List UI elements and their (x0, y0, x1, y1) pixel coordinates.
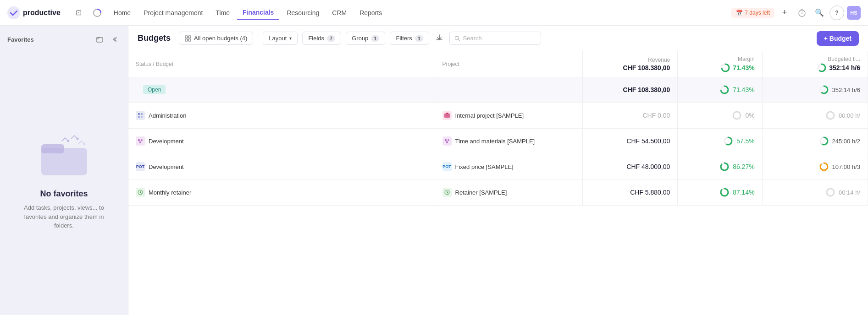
svg-point-41 (721, 163, 728, 170)
group-revenue-cell: CHF 108.380,00 (583, 77, 678, 103)
svg-point-0 (7, 6, 20, 19)
table-row: POT Development POT Fixed price [SAMPLE] (128, 154, 868, 179)
row-1-revenue-cell: CHF 54.500,00 (583, 128, 678, 154)
collapse-sidebar-button[interactable] (108, 33, 121, 46)
nav-financials[interactable]: Financials (237, 6, 279, 20)
row-0-revenue-cell: CHF 0,00 (583, 103, 678, 128)
svg-rect-27 (446, 113, 448, 114)
page-title: Budgets (138, 33, 171, 43)
activity-button[interactable] (90, 5, 105, 20)
toolbar: Budgets All open budgets (4) Layout ▾ Fi… (128, 26, 868, 51)
row-2-name: Development (149, 163, 184, 170)
search-nav-button[interactable]: 🔍 (812, 5, 827, 20)
timer-icon[interactable] (795, 5, 809, 20)
row-0-name: Administration (149, 112, 186, 119)
row-3-budgeted-cell: 00:14 h/ (762, 179, 868, 205)
row-3-revenue-cell: CHF 5.880,00 (583, 179, 678, 205)
row-1-budgeted-circle (819, 136, 829, 146)
search-box[interactable] (449, 32, 541, 45)
fields-badge: 7 (327, 35, 335, 42)
svg-rect-10 (188, 36, 191, 38)
row-0-project-cell: Internal project [SAMPLE] (435, 103, 583, 128)
table-header-row: Status / Budget Project Revenue CHF 108. (128, 51, 868, 77)
avatar[interactable]: HS (847, 6, 861, 20)
svg-rect-22 (138, 113, 140, 115)
row-3-project-cell: Retainer [SAMPLE] (435, 179, 583, 205)
table-row: Administration (128, 103, 868, 128)
th-project: Project (435, 51, 583, 77)
group-margin-cell: 71.43% (678, 77, 762, 103)
margin-total-circle (721, 63, 730, 72)
filters-button[interactable]: Filters 1 (390, 32, 429, 45)
group-project-cell (435, 77, 583, 103)
activity-icon (93, 8, 102, 17)
sidebar-actions (93, 33, 121, 46)
row-1-project-cell: Time and materials [SAMPLE] (435, 128, 583, 154)
row-3-margin-cell: 87.14% (678, 179, 762, 205)
nav-crm[interactable]: CRM (326, 6, 352, 19)
view-label: All open budgets (4) (194, 35, 247, 42)
svg-point-43 (820, 163, 828, 170)
no-favorites-desc: Add tasks, projects, views... to favorit… (17, 203, 111, 230)
group-badge: 1 (371, 35, 379, 42)
row-0-budgeted-circle (826, 111, 835, 120)
logo[interactable]: productive (7, 6, 61, 19)
th-budgeted: Budgeted ti... 352:14 h/6 (762, 51, 868, 77)
row-2-margin-cell: 86.27% (678, 154, 762, 179)
group-budgeted-cell: 352:14 h/6 (762, 77, 868, 103)
svg-point-6 (67, 140, 69, 142)
filters-badge: 1 (415, 35, 423, 42)
row-2-project: Fixed price [SAMPLE] (455, 163, 514, 170)
trial-badge[interactable]: 📅 7 days left (731, 8, 774, 18)
group-button[interactable]: Group 1 (346, 32, 385, 45)
nav-time[interactable]: Time (210, 6, 235, 19)
inbox-button[interactable]: ⊡ (72, 5, 86, 20)
row-2-project-cell: POT Fixed price [SAMPLE] (435, 154, 583, 179)
fields-button[interactable]: Fields 7 (302, 32, 341, 45)
row-0-budgeted-cell: 00:00 h/ (762, 103, 868, 128)
layout-button[interactable]: Layout ▾ (263, 32, 298, 45)
search-input[interactable] (463, 35, 536, 42)
svg-rect-26 (444, 114, 450, 118)
svg-point-13 (455, 36, 459, 40)
th-status-budget: Status / Budget (128, 51, 435, 77)
open-badge: Open (143, 85, 166, 94)
project-ret-icon (442, 188, 452, 197)
nav-resourcing[interactable]: Resourcing (281, 6, 325, 19)
add-button[interactable]: + (777, 5, 792, 20)
chevron-down-icon: ▾ (289, 36, 292, 41)
row-1-margin-cell: 57.5% (678, 128, 762, 154)
row-0-margin-circle (732, 111, 741, 120)
svg-point-47 (721, 189, 728, 196)
top-nav: productive ⊡ Home Project management Tim… (0, 0, 868, 26)
row-1-margin-circle (724, 136, 733, 146)
add-budget-button[interactable]: + Budget (817, 31, 859, 46)
svg-rect-24 (138, 116, 140, 118)
logo-icon (7, 6, 20, 19)
svg-rect-12 (188, 39, 191, 41)
sidebar-header: Favorites (7, 33, 121, 46)
nav-home[interactable]: Home (108, 6, 136, 19)
help-button[interactable]: ? (829, 5, 844, 20)
folder-illustration (37, 134, 92, 180)
row-3-budgeted-circle (826, 188, 835, 197)
sidebar-empty: No favorites Add tasks, projects, views.… (7, 57, 121, 308)
nav-reports[interactable]: Reports (354, 6, 387, 19)
nav-project-management[interactable]: Project management (138, 6, 208, 19)
row-2-margin-circle (720, 162, 729, 171)
layout: Favorites (0, 26, 868, 315)
download-button[interactable] (434, 32, 445, 45)
row-2-budgeted-cell: 107:00 h/3 (762, 154, 868, 179)
dev-icon (136, 136, 145, 146)
project-tam-icon (442, 136, 452, 146)
svg-rect-23 (141, 113, 143, 115)
view-selector-button[interactable]: All open budgets (4) (179, 32, 253, 45)
row-1-name-cell: Development (128, 128, 435, 154)
add-folder-button[interactable] (93, 33, 106, 46)
table-icon (185, 35, 191, 42)
row-0-project: Internal project [SAMPLE] (455, 112, 524, 119)
row-3-name-cell: Monthly retainer (128, 179, 435, 205)
svg-point-8 (83, 143, 85, 145)
svg-point-29 (827, 112, 834, 119)
row-0-margin-cell: 0% (678, 103, 762, 128)
